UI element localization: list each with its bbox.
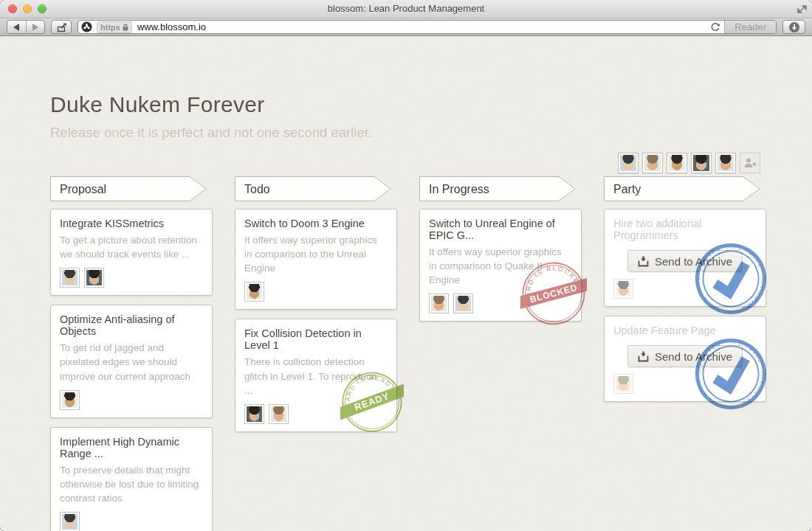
card[interactable]: Integrate KISSmetricsTo get a picture ab…: [50, 209, 213, 296]
reload-button[interactable]: [710, 22, 720, 32]
assignee-avatar[interactable]: [60, 512, 80, 531]
card[interactable]: Implement High Dynamic Range ...To prese…: [50, 427, 213, 531]
https-badge: https: [97, 21, 132, 33]
card[interactable]: Hire two additional ProgrammersSend to A…: [604, 209, 766, 307]
card-title: Fix Collision Detection in Level 1: [244, 327, 388, 351]
forward-arrow-icon: [32, 24, 38, 31]
assignee-avatar[interactable]: [84, 268, 104, 288]
title-bar: blossom: Lean Product Management: [0, 0, 812, 18]
send-to-archive-button[interactable]: Send to Archive: [627, 250, 743, 272]
card-assignees: [60, 512, 203, 531]
assignee-avatar[interactable]: [60, 390, 80, 410]
card-title: Hire two additional Programmers: [613, 218, 757, 241]
board-column-party: PartyHire two additional ProgrammersSend…: [604, 176, 766, 402]
fullscreen-icon[interactable]: [797, 4, 807, 17]
card-description: To preserve details that might otherwise…: [60, 463, 203, 505]
card-description: To get rid of jagged and pixelated edges…: [60, 341, 203, 383]
avatar-photo: [431, 296, 447, 311]
assignee-avatar[interactable]: [269, 404, 289, 424]
card-assignees: [60, 390, 203, 410]
close-button[interactable]: [8, 4, 17, 13]
avatar-photo: [271, 406, 286, 422]
card[interactable]: Switch to Unreal Engine of EPIC G...It o…: [419, 209, 582, 322]
card-assignees: [244, 404, 388, 424]
team-avatar[interactable]: [642, 153, 663, 173]
nav-buttons: [7, 20, 45, 34]
minimize-button[interactable]: [23, 4, 32, 13]
column-header[interactable]: Todo: [235, 176, 391, 201]
assignee-avatar[interactable]: [453, 294, 473, 313]
card-description: It offers way superior graphics in compa…: [244, 233, 388, 275]
column-title: Proposal: [60, 183, 106, 195]
column-header[interactable]: Party: [604, 176, 760, 201]
assignee-avatar[interactable]: [244, 404, 264, 424]
card-description: To get a picture about retention we shou…: [60, 233, 203, 261]
avatar-photo: [616, 376, 631, 392]
address-bar[interactable]: https www.blossom.io Reader: [78, 20, 777, 34]
add-person-icon: [743, 157, 757, 169]
assignee-avatar[interactable]: [429, 294, 449, 313]
share-icon: [56, 22, 67, 32]
avatar-photo: [455, 296, 471, 311]
avatar-photo: [718, 155, 734, 171]
avatar-photo: [86, 270, 102, 285]
card-description: There is colliction detection glitch in …: [244, 355, 388, 397]
card[interactable]: Switch to Doom 3 EngineIt offers way sup…: [235, 209, 397, 310]
downloads-button[interactable]: [782, 20, 805, 34]
send-to-archive-button[interactable]: Send to Archive: [627, 345, 743, 367]
team-avatar[interactable]: [691, 153, 712, 173]
avatar-photo: [693, 155, 709, 171]
add-member-button[interactable]: [740, 153, 760, 173]
archive-button-row: Send to Archive: [613, 345, 757, 367]
assignee-avatar[interactable]: [60, 268, 80, 288]
column-header[interactable]: In Progress: [419, 176, 576, 201]
card[interactable]: Optimize Anti-aliasing of ObjectsTo get …: [50, 305, 213, 417]
back-button[interactable]: [7, 21, 27, 33]
share-button[interactable]: [51, 20, 72, 34]
team-avatar[interactable]: [715, 153, 736, 173]
avatar-photo: [669, 155, 685, 171]
card-assignees: [613, 279, 757, 299]
archive-icon: [638, 256, 649, 267]
archive-icon: [638, 351, 649, 362]
avatar-photo: [62, 392, 78, 408]
board-column-todo: TodoSwitch to Doom 3 EngineIt offers way…: [235, 176, 397, 432]
team-avatar[interactable]: [667, 153, 687, 173]
card-description: It offers way superior graphics in compa…: [429, 245, 572, 287]
forward-button[interactable]: [27, 21, 45, 33]
card-title: Switch to Unreal Engine of EPIC G...: [429, 218, 572, 241]
card-title: Optimize Anti-aliasing of Objects: [60, 313, 203, 337]
column-header[interactable]: Proposal: [50, 176, 207, 201]
page-content: Duke Nukem Forever Release once it is pe…: [0, 36, 812, 531]
card-assignees: [244, 282, 388, 302]
column-title: In Progress: [429, 183, 489, 195]
card-title: Switch to Doom 3 Engine: [244, 218, 388, 229]
avatar-photo: [620, 155, 636, 171]
assignee-avatar[interactable]: [613, 279, 633, 299]
browser-window: blossom: Lean Product Management: [0, 0, 812, 531]
window-title: blossom: Lean Product Management: [0, 0, 812, 18]
avatar-photo: [644, 155, 661, 171]
zoom-button[interactable]: [38, 4, 47, 13]
assignee-avatar[interactable]: [244, 282, 264, 302]
card[interactable]: Fix Collision Detection in Level 1There …: [235, 319, 397, 431]
traffic-lights: [8, 4, 47, 13]
back-arrow-icon: [13, 24, 19, 31]
lock-icon: [123, 24, 128, 31]
card-assignees: [613, 374, 757, 394]
team-avatar[interactable]: [618, 153, 639, 173]
avatar-photo: [247, 284, 262, 299]
assignee-avatar[interactable]: [613, 374, 633, 394]
download-icon: [788, 21, 800, 33]
board-column-in-progress: In ProgressSwitch to Unreal Engine of EP…: [419, 176, 582, 322]
team-avatars: [618, 153, 760, 173]
avatar-photo: [247, 406, 262, 422]
archive-button-label: Send to Archive: [655, 255, 732, 268]
column-title: Party: [613, 183, 641, 195]
project-title: Duke Nukem Forever: [50, 92, 812, 117]
avatar-photo: [62, 514, 78, 530]
card[interactable]: Update Feature PageSend to Archive· APPR…: [604, 316, 766, 402]
reader-button[interactable]: Reader: [724, 21, 776, 33]
board-column-proposal: ProposalIntegrate KISSmetricsTo get a pi…: [50, 176, 213, 531]
avatar-photo: [616, 281, 631, 296]
